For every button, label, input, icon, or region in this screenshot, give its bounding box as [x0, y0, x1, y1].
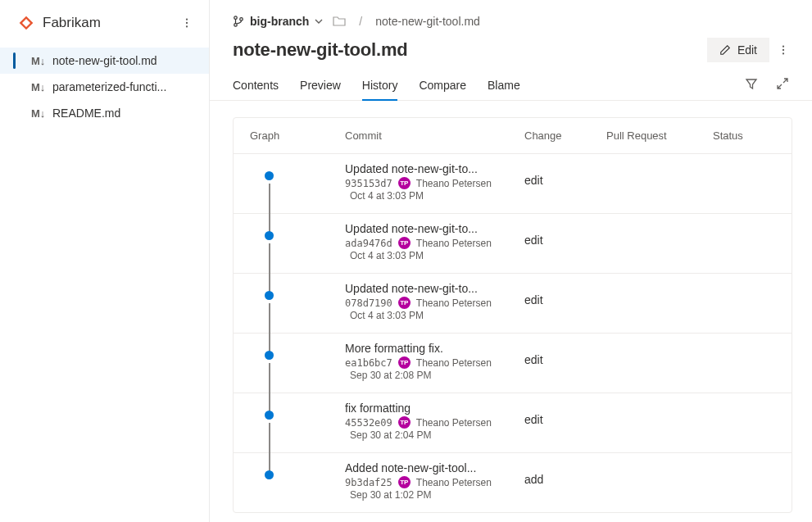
main: big-branch / note-new-git-tool.md note-n… — [210, 0, 812, 522]
svg-point-6 — [783, 45, 784, 47]
tab-contents[interactable]: Contents — [233, 72, 279, 100]
commit-cell: Updated note-new-git-to...ada9476dTPThea… — [345, 222, 524, 261]
graph-cell — [247, 342, 345, 384]
svg-point-5 — [240, 18, 243, 21]
commit-cell: fix formatting45532e09TPTheano PetersenS… — [345, 402, 524, 441]
commit-author[interactable]: Theano Petersen — [416, 238, 492, 249]
tabs-right — [745, 77, 789, 95]
svg-point-4 — [234, 24, 238, 27]
commit-cell: Updated note-new-git-to...935153d7TPThea… — [345, 162, 524, 202]
commit-title[interactable]: Updated note-new-git-to... — [345, 162, 524, 175]
edit-button[interactable]: Edit — [707, 38, 769, 62]
avatar: TP — [398, 356, 411, 369]
tab-compare[interactable]: Compare — [419, 72, 466, 100]
title-row: note-new-git-tool.md Edit — [210, 28, 812, 69]
history-row[interactable]: Updated note-new-git-to...ada9476dTPThea… — [234, 213, 792, 273]
change-cell: edit — [524, 222, 606, 247]
file-item[interactable]: M↓parameterized-functi... — [0, 74, 209, 100]
change-cell: edit — [524, 282, 606, 306]
file-list: M↓note-new-git-tool.mdM↓parameterized-fu… — [0, 46, 209, 126]
topbar: big-branch / note-new-git-tool.md — [210, 0, 812, 28]
commit-title[interactable]: More formatting fix. — [345, 342, 524, 355]
commit-cell: Added note-new-git-tool...9b3daf25TPThea… — [345, 461, 524, 501]
avatar: TP — [398, 476, 411, 488]
more-actions-icon[interactable] — [778, 44, 789, 56]
history-row[interactable]: Updated note-new-git-to...078d7190TPThea… — [234, 273, 792, 333]
header-change[interactable]: Change — [524, 129, 606, 142]
history-row[interactable]: More formatting fix.ea1b6bc7TPTheano Pet… — [234, 333, 792, 393]
file-item[interactable]: M↓README.md — [0, 100, 209, 126]
graph-cell — [247, 461, 345, 504]
pencil-icon — [719, 44, 731, 56]
file-label: note-new-git-tool.md — [52, 54, 157, 67]
branch-icon — [233, 16, 244, 27]
commit-author[interactable]: Theano Petersen — [416, 178, 492, 189]
brand-name: Fabrikam — [43, 15, 101, 31]
history-table: Graph Commit Change Pull Request Status … — [233, 117, 792, 513]
breadcrumb-file[interactable]: note-new-git-tool.md — [375, 15, 480, 28]
commit-date: Oct 4 at 3:03 PM — [345, 310, 524, 321]
tab-blame[interactable]: Blame — [488, 72, 520, 100]
change-cell: edit — [524, 342, 606, 366]
branch-name: big-branch — [250, 15, 309, 28]
commit-date: Sep 30 at 2:04 PM — [345, 429, 524, 441]
svg-point-1 — [186, 22, 188, 24]
graph-cell — [247, 162, 345, 205]
tab-history[interactable]: History — [362, 72, 398, 100]
file-label: parameterized-functi... — [52, 80, 166, 93]
commit-meta: ada9476dTPTheano Petersen — [345, 237, 524, 249]
commit-dot-icon — [265, 470, 274, 479]
commit-meta: ea1b6bc7TPTheano Petersen — [345, 356, 524, 369]
fullscreen-icon[interactable] — [776, 77, 789, 90]
header-status[interactable]: Status — [713, 129, 778, 142]
header-graph[interactable]: Graph — [247, 129, 345, 142]
branch-picker[interactable]: big-branch — [233, 15, 323, 28]
sidebar: Fabrikam M↓note-new-git-tool.mdM↓paramet… — [0, 0, 210, 522]
commit-author[interactable]: Theano Petersen — [416, 297, 492, 309]
commit-author[interactable]: Theano Petersen — [416, 357, 492, 369]
graph-cell — [247, 282, 345, 325]
commit-hash[interactable]: 9b3daf25 — [345, 477, 392, 488]
commit-cell: More formatting fix.ea1b6bc7TPTheano Pet… — [345, 342, 524, 381]
graph-cell — [247, 402, 345, 444]
history-row[interactable]: Added note-new-git-tool...9b3daf25TPThea… — [234, 452, 792, 512]
change-cell: add — [524, 461, 606, 486]
commit-title[interactable]: fix formatting — [345, 402, 524, 415]
title-actions: Edit — [707, 38, 789, 62]
folder-icon[interactable] — [333, 16, 346, 27]
more-icon[interactable] — [181, 17, 193, 29]
chevron-down-icon — [315, 17, 323, 25]
content: Graph Commit Change Pull Request Status … — [210, 101, 812, 522]
history-row[interactable]: Updated note-new-git-to...935153d7TPThea… — [234, 153, 792, 213]
commit-author[interactable]: Theano Petersen — [416, 417, 492, 429]
commit-hash[interactable]: ada9476d — [345, 238, 392, 249]
commit-meta: 9b3daf25TPTheano Petersen — [345, 476, 524, 488]
header-pull-request[interactable]: Pull Request — [606, 129, 713, 142]
tab-preview[interactable]: Preview — [300, 72, 341, 100]
commit-meta: 45532e09TPTheano Petersen — [345, 416, 524, 429]
change-cell: edit — [524, 162, 606, 187]
brand[interactable]: Fabrikam — [18, 15, 101, 31]
commit-date: Sep 30 at 2:08 PM — [345, 370, 524, 381]
commit-title[interactable]: Updated note-new-git-to... — [345, 222, 524, 235]
commit-dot-icon — [265, 231, 274, 240]
markdown-icon: M↓ — [31, 55, 46, 67]
brand-icon — [18, 15, 34, 31]
commit-meta: 935153d7TPTheano Petersen — [345, 177, 524, 189]
commit-hash[interactable]: 078d7190 — [345, 297, 392, 309]
markdown-icon: M↓ — [31, 81, 46, 93]
file-item[interactable]: M↓note-new-git-tool.md — [0, 48, 209, 74]
commit-hash[interactable]: ea1b6bc7 — [345, 357, 392, 369]
commit-dot-icon — [265, 291, 274, 300]
history-row[interactable]: fix formatting45532e09TPTheano PetersenS… — [234, 393, 792, 452]
commit-hash[interactable]: 45532e09 — [345, 417, 392, 429]
commit-title[interactable]: Added note-new-git-tool... — [345, 461, 524, 474]
commit-date: Sep 30 at 1:02 PM — [345, 489, 524, 501]
svg-point-3 — [234, 16, 238, 20]
commit-author[interactable]: Theano Petersen — [416, 477, 492, 488]
filter-icon[interactable] — [745, 77, 758, 90]
header-commit[interactable]: Commit — [345, 129, 524, 142]
commit-hash[interactable]: 935153d7 — [345, 178, 392, 189]
markdown-icon: M↓ — [31, 107, 46, 120]
commit-title[interactable]: Updated note-new-git-to... — [345, 282, 524, 295]
